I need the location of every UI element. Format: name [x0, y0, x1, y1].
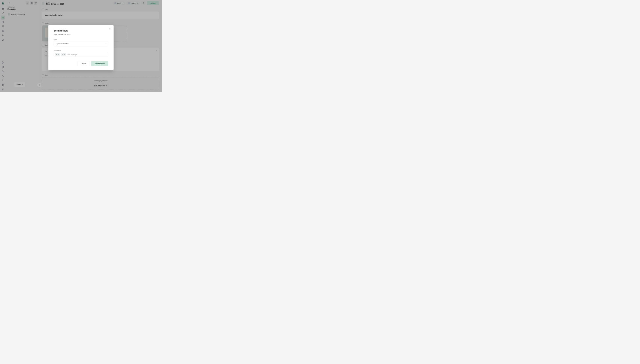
remove-tag-button[interactable]: ✕ [64, 54, 65, 55]
remove-tag-button[interactable]: ✕ [58, 54, 59, 55]
modal-actions: Cancel Send to flow [54, 61, 108, 66]
modal-scrim[interactable]: ✕ Send to flow New Styles for 2024 Flow … [0, 0, 162, 92]
flow-select[interactable]: Approval Workflow ▾ [54, 41, 108, 46]
flow-field-label: Flow [54, 38, 108, 40]
languages-field-label: Languages [54, 50, 108, 51]
close-button[interactable]: ✕ [109, 27, 111, 30]
cancel-button[interactable]: Cancel [77, 61, 90, 66]
chevron-down-icon: ▾ [106, 43, 106, 44]
close-icon: ✕ [109, 27, 111, 30]
app-root: Catalogue / Magazine New Styles for 2024… [0, 0, 162, 92]
language-tag-label: no [62, 54, 63, 55]
send-to-flow-button[interactable]: Send to flow [91, 61, 108, 66]
modal-title: Send to flow [54, 29, 108, 32]
modal-subtitle: New Styles for 2024 [54, 33, 108, 36]
languages-input[interactable]: en ✕ no ✕ Add language [54, 52, 108, 57]
language-tag: no ✕ [61, 53, 66, 56]
flow-selected-value: Approval Workflow [56, 43, 69, 45]
language-input-placeholder: Add language [67, 53, 107, 56]
language-tag: en ✕ [55, 53, 60, 56]
send-to-flow-modal: ✕ Send to flow New Styles for 2024 Flow … [48, 25, 114, 70]
language-tag-label: en [56, 54, 57, 55]
